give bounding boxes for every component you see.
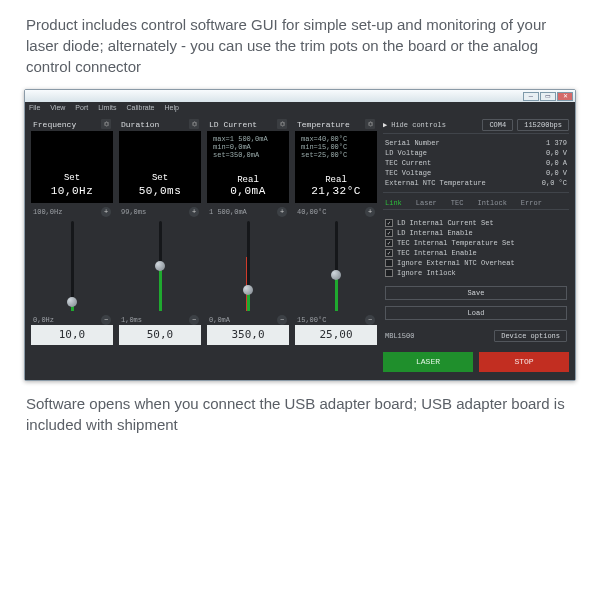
info-min: min=0,0mA [207, 143, 289, 151]
laser-start-button[interactable]: LASER [383, 352, 473, 372]
info-label: Serial Number [385, 139, 440, 147]
range-max: 100,0Hz [33, 208, 62, 216]
checkbox[interactable] [385, 229, 393, 237]
col-frequency: Frequency ⏣ Set 10,0Hz 100,0Hz + [31, 119, 113, 372]
range-max: 1 500,0mA [209, 208, 247, 216]
tab-error[interactable]: Error [521, 199, 542, 207]
display-current: max=1 500,0mA min=0,0mA set=350,0mA Real… [207, 131, 289, 203]
display-label: Set [64, 173, 80, 183]
plus-button[interactable]: + [189, 207, 199, 217]
plus-button[interactable]: + [277, 207, 287, 217]
info-set: set=350,0mA [207, 151, 289, 159]
info-label: External NTC Temperature [385, 179, 486, 187]
minus-button[interactable]: − [189, 315, 199, 325]
lock-icon[interactable]: ⏣ [101, 119, 111, 129]
tab-intlock[interactable]: Intlock [477, 199, 506, 207]
info-value: 0,0 V [546, 149, 567, 157]
col-head-current: LD Current [209, 120, 257, 129]
caption-top: Product includes control software GUI fo… [0, 0, 600, 89]
app-window: ─ ▭ ✕ File View Port Limits Calibrate He… [24, 89, 576, 381]
plus-button[interactable]: + [365, 207, 375, 217]
hide-controls-link[interactable]: Hide controls [391, 121, 446, 129]
menu-bar: File View Port Limits Calibrate Help [25, 102, 575, 115]
display-value: 0,0mA [207, 185, 289, 197]
baud-select[interactable]: 115200bps [517, 119, 569, 131]
range-min: 15,00°C [297, 316, 326, 324]
check-label: LD Internal Current Set [397, 219, 494, 227]
range-min: 1,0ms [121, 316, 142, 324]
tab-link[interactable]: Link [385, 199, 402, 207]
tab-laser[interactable]: Laser [416, 199, 437, 207]
minimize-button[interactable]: ─ [523, 92, 539, 101]
check-label: TEC Internal Temperature Set [397, 239, 515, 247]
display-label: Set [152, 173, 168, 183]
check-label: Ignore External NTC Overheat [397, 259, 515, 267]
col-head-frequency: Frequency [33, 120, 76, 129]
plus-button[interactable]: + [101, 207, 111, 217]
range-min: 0,0mA [209, 316, 230, 324]
minus-button[interactable]: − [101, 315, 111, 325]
menu-view[interactable]: View [50, 104, 65, 111]
lock-icon[interactable]: ⏣ [189, 119, 199, 129]
col-head-duration: Duration [121, 120, 159, 129]
save-button[interactable]: Save [385, 286, 567, 300]
info-min: min=15,00°C [295, 143, 377, 151]
entry-duration[interactable]: 50,0 [119, 325, 201, 345]
info-max: max=1 500,0mA [207, 135, 289, 143]
entry-temperature[interactable]: 25,00 [295, 325, 377, 345]
display-value: 21,32°C [295, 185, 377, 197]
menu-port[interactable]: Port [75, 104, 88, 111]
menu-limits[interactable]: Limits [98, 104, 116, 111]
checkbox[interactable] [385, 219, 393, 227]
caption-bottom: Software opens when you connect the USB … [0, 381, 600, 449]
slider-frequency[interactable] [31, 217, 113, 315]
display-frequency: Set 10,0Hz [31, 131, 113, 203]
range-min: 0,0Hz [33, 316, 54, 324]
load-button[interactable]: Load [385, 306, 567, 320]
info-label: LD Voltage [385, 149, 427, 157]
checkbox[interactable] [385, 259, 393, 267]
info-label: TEC Current [385, 159, 431, 167]
com-port-select[interactable]: COM4 [482, 119, 513, 131]
minus-button[interactable]: − [365, 315, 375, 325]
entry-current[interactable]: 350,0 [207, 325, 289, 345]
info-value: 0,0 °C [542, 179, 567, 187]
display-label: Real [295, 175, 377, 185]
menu-calibrate[interactable]: Calibrate [126, 104, 154, 111]
lock-icon[interactable]: ⏣ [365, 119, 375, 129]
entry-frequency[interactable]: 10,0 [31, 325, 113, 345]
tab-tec[interactable]: TEC [451, 199, 464, 207]
lock-icon[interactable]: ⏣ [277, 119, 287, 129]
slider-current[interactable] [207, 217, 289, 315]
maximize-button[interactable]: ▭ [540, 92, 556, 101]
app-body: Frequency ⏣ Set 10,0Hz 100,0Hz + [25, 115, 575, 380]
slider-duration[interactable] [119, 217, 201, 315]
info-value: 0,0 V [546, 169, 567, 177]
minus-button[interactable]: − [277, 315, 287, 325]
menu-help[interactable]: Help [164, 104, 178, 111]
play-icon: ▶ [383, 121, 387, 129]
window-titlebar: ─ ▭ ✕ [25, 90, 575, 102]
device-options-button[interactable]: Device options [494, 330, 567, 342]
display-label: Real [207, 175, 289, 185]
status-tabs: Link Laser TEC Intlock Error [383, 197, 569, 210]
checkbox[interactable] [385, 269, 393, 277]
col-temperature: Temperature ⏣ max=40,00°C min=15,00°C se… [295, 119, 377, 372]
close-button[interactable]: ✕ [557, 92, 573, 101]
menu-file[interactable]: File [29, 104, 40, 111]
range-max: 99,0ms [121, 208, 146, 216]
checkbox[interactable] [385, 249, 393, 257]
display-temperature: max=40,00°C min=15,00°C set=25,00°C Real… [295, 131, 377, 203]
checkbox[interactable] [385, 239, 393, 247]
check-label: LD Internal Enable [397, 229, 473, 237]
device-name: MBL1500 [385, 332, 488, 340]
info-max: max=40,00°C [295, 135, 377, 143]
laser-stop-button[interactable]: STOP [479, 352, 569, 372]
info-label: TEC Voltage [385, 169, 431, 177]
right-pane: ▶ Hide controls COM4 115200bps Serial Nu… [383, 119, 569, 372]
col-duration: Duration ⏣ Set 50,0ms 99,0ms + [119, 119, 201, 372]
check-label: Ignore Intlock [397, 269, 456, 277]
info-value: 0,0 A [546, 159, 567, 167]
slider-temperature[interactable] [295, 217, 377, 315]
controls-columns: Frequency ⏣ Set 10,0Hz 100,0Hz + [31, 119, 377, 372]
